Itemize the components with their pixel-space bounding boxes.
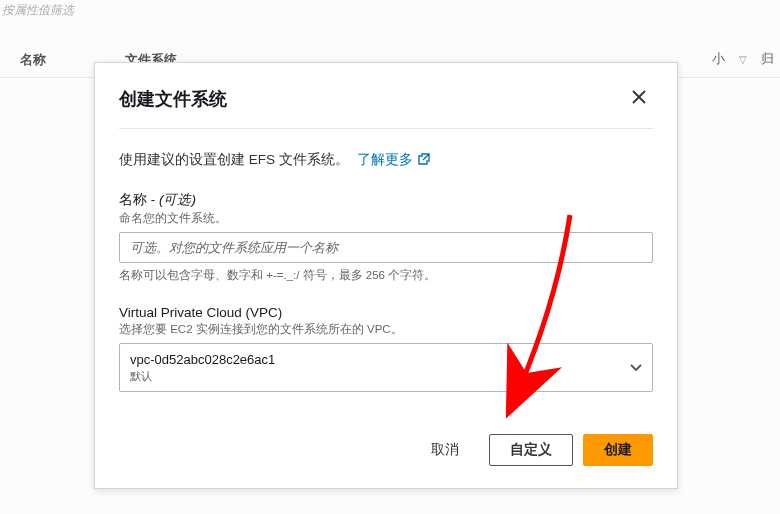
close-button[interactable] — [625, 83, 653, 114]
divider — [119, 128, 653, 129]
modal-header: 创建文件系统 — [95, 63, 677, 128]
name-description: 命名您的文件系统。 — [119, 211, 653, 226]
intro-text: 使用建议的设置创建 EFS 文件系统。 了解更多 — [119, 151, 653, 169]
vpc-select[interactable]: vpc-0d52abc028c2e6ac1 默认 — [119, 343, 653, 392]
vpc-field: Virtual Private Cloud (VPC) 选择您要 EC2 实例连… — [119, 305, 653, 392]
vpc-selected-value: vpc-0d52abc028c2e6ac1 — [130, 351, 275, 369]
create-filesystem-modal: 创建文件系统 使用建议的设置创建 EFS 文件系统。 了解更多 名称 - (可选… — [94, 62, 678, 489]
vpc-description: 选择您要 EC2 实例连接到您的文件系统所在的 VPC。 — [119, 322, 653, 337]
modal-body: 使用建议的设置创建 EFS 文件系统。 了解更多 名称 - (可选) 命名您的文… — [95, 151, 677, 392]
name-input[interactable] — [119, 232, 653, 263]
close-icon — [631, 87, 647, 109]
chevron-down-icon — [630, 358, 642, 376]
name-label-prefix: 名称 - — [119, 192, 159, 207]
modal-footer: 取消 自定义 创建 — [95, 414, 677, 488]
learn-more-label: 了解更多 — [357, 152, 413, 167]
customize-button[interactable]: 自定义 — [489, 434, 573, 466]
modal-title: 创建文件系统 — [119, 87, 227, 111]
learn-more-link[interactable]: 了解更多 — [357, 152, 431, 167]
create-button[interactable]: 创建 — [583, 434, 653, 466]
cancel-button[interactable]: 取消 — [411, 434, 479, 466]
vpc-selected-sublabel: 默认 — [130, 369, 275, 384]
vpc-label: Virtual Private Cloud (VPC) — [119, 305, 653, 320]
name-label: 名称 - (可选) — [119, 191, 653, 209]
external-link-icon — [418, 153, 430, 168]
name-help: 名称可以包含字母、数字和 +-=._:/ 符号，最多 256 个字符。 — [119, 268, 653, 283]
name-field: 名称 - (可选) 命名您的文件系统。 名称可以包含字母、数字和 +-=._:/… — [119, 191, 653, 283]
intro-sentence: 使用建议的设置创建 EFS 文件系统。 — [119, 152, 349, 167]
name-label-optional: (可选) — [159, 192, 196, 207]
